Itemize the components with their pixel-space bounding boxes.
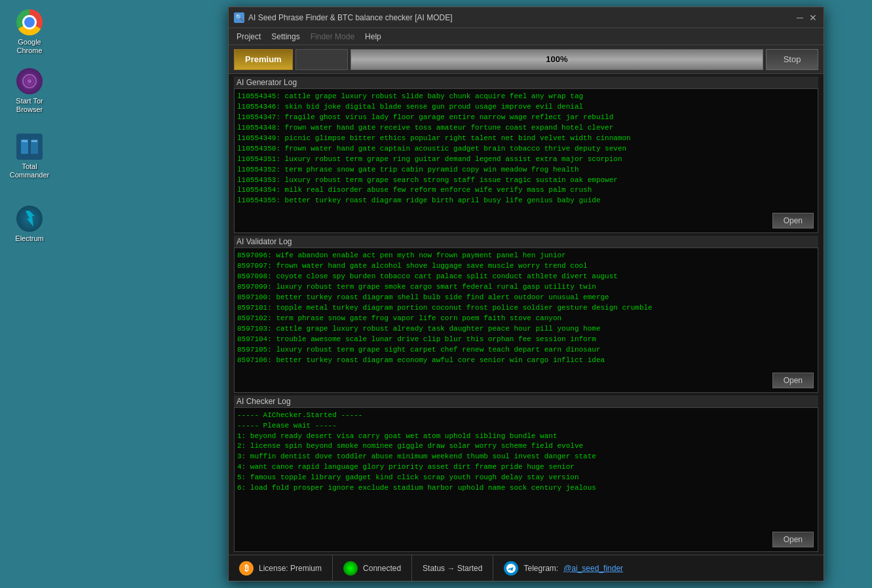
electrum-label: Electrum <box>15 234 43 243</box>
progress-text: 100% <box>546 54 567 64</box>
chk-line-0: ----- AIChecker.Started ----- <box>237 411 815 421</box>
app-window: 🔍 AI Seed Phrase Finder & BTC balance ch… <box>228 7 824 581</box>
checker-log-section: AI Checker Log ----- AIChecker.Started -… <box>234 395 818 552</box>
chk-line-4: 3: muffin dentist dove toddler abuse min… <box>237 452 815 462</box>
totalcmd-desktop-icon[interactable]: TotalCommander <box>7 131 52 182</box>
gen-line-8: l10554353: luxury robust term grape sear… <box>237 175 815 186</box>
tor-label: Start TorBrowser <box>16 97 43 114</box>
checker-log-header: AI Checker Log <box>234 395 818 407</box>
val-line-2: 8597098: coyote close spy burden tobacco… <box>237 272 815 282</box>
license-status: ₿ License: Premium <box>229 555 333 581</box>
svg-marker-7 <box>26 211 35 227</box>
generator-open-button[interactable]: Open <box>772 213 814 229</box>
val-line-0: 8597096: wife abandon enable act pen myt… <box>237 251 815 261</box>
totalcmd-icon <box>16 134 43 160</box>
license-label: License: Premium <box>259 564 322 573</box>
telegram-status: Telegram: @ai_seed_finder <box>493 555 634 581</box>
gen-line-4: l10554349: picnic glimpse bitter ethics … <box>237 134 815 144</box>
running-status: Status → Started <box>412 555 493 581</box>
gen-line-9: l10554354: milk real disorder abuse few … <box>237 185 815 196</box>
menu-help[interactable]: Help <box>360 31 387 43</box>
menu-settings[interactable]: Settings <box>266 31 305 43</box>
telegram-prefix: Telegram: <box>523 564 558 573</box>
toolbar: Premium 100% Stop <box>229 45 824 74</box>
gen-line-7: l10554352: term phrase snow gate trip ca… <box>237 165 815 175</box>
validator-open-button[interactable]: Open <box>772 373 814 388</box>
minimize-button[interactable]: ─ <box>795 13 805 22</box>
val-line-7: 8597103: cattle grape luxury robust alre… <box>237 324 815 335</box>
chk-line-1: ----- Please wait ----- <box>237 421 815 432</box>
app-icon: 🔍 <box>234 12 244 23</box>
status-label: Status → Started <box>423 564 482 573</box>
gen-line-0: l10554345: cattle grape luxury robust sl… <box>237 92 815 102</box>
close-button[interactable]: ✕ <box>808 13 818 22</box>
electrum-icon <box>16 206 43 232</box>
gen-line-3: l10554348: frown water hand gate receive… <box>237 123 815 134</box>
generator-log-section: AI Generator Log l10554345: cattle grape… <box>234 77 818 233</box>
val-line-5: 8597101: topple metal turkey diagram por… <box>237 303 815 314</box>
val-line-9: 8597105: luxury robust term grape sight … <box>237 345 815 356</box>
logs-container: AI Generator Log l10554345: cattle grape… <box>229 74 824 555</box>
val-line-10: 8597106: better turkey roast diagram eco… <box>237 356 815 366</box>
telegram-icon <box>504 561 518 576</box>
chk-line-7: 6: load fold prosper ignore exclude stad… <box>237 483 815 494</box>
validator-log-section: AI Validator Log 8597096: wife abandon e… <box>234 236 818 392</box>
telegram-handle[interactable]: @ai_seed_finder <box>563 564 623 573</box>
svg-point-2 <box>28 79 31 83</box>
validator-log-header: AI Validator Log <box>234 236 818 248</box>
menu-bar: Project Settings Finder Mode Help <box>229 28 824 45</box>
tor-icon <box>16 68 43 94</box>
checker-open-button[interactable]: Open <box>772 532 814 547</box>
gen-line-10: l10554355: better turkey roast diagram r… <box>237 196 815 206</box>
chk-line-2: 1: beyond ready desert visa carry goat w… <box>237 432 815 442</box>
title-bar: 🔍 AI Seed Phrase Finder & BTC balance ch… <box>229 7 824 28</box>
chk-line-3: 2: license spin beyond smoke nominee gig… <box>237 441 815 452</box>
validator-log-content[interactable]: 8597096: wife abandon enable act pen myt… <box>234 248 818 392</box>
chrome-desktop-icon[interactable]: GoogleChrome <box>7 7 52 58</box>
connected-label: Connected <box>363 564 401 573</box>
generator-log-header: AI Generator Log <box>234 77 818 88</box>
chk-line-5: 4: want canoe rapid language glory prior… <box>237 462 815 473</box>
chrome-label: GoogleChrome <box>16 38 42 55</box>
window-title: AI Seed Phrase Finder & BTC balance chec… <box>248 13 795 22</box>
tor-desktop-icon[interactable]: Start TorBrowser <box>7 65 52 117</box>
progress-bar: 100% <box>351 49 763 70</box>
electrum-desktop-icon[interactable]: Electrum <box>7 203 52 246</box>
chk-line-6: 5: famous topple library gadget kind cli… <box>237 473 815 483</box>
val-line-6: 8597102: term phrase snow gate frog vapo… <box>237 314 815 324</box>
svg-rect-6 <box>31 140 37 142</box>
val-line-8: 8597104: trouble awesome scale lunar dri… <box>237 335 815 345</box>
menu-project[interactable]: Project <box>231 31 266 43</box>
gen-line-5: l10554350: frown water hand gate captain… <box>237 144 815 155</box>
totalcmd-label: TotalCommander <box>10 162 50 179</box>
val-line-4: 8597100: better turkey roast diagram she… <box>237 293 815 303</box>
toolbar-spacer <box>295 49 348 70</box>
generator-log-content[interactable]: l10554345: cattle grape luxury robust sl… <box>234 88 818 233</box>
gen-line-1: l10554346: skin bid joke digital blade s… <box>237 102 815 113</box>
menu-finder-mode: Finder Mode <box>305 31 360 43</box>
window-controls: ─ ✕ <box>795 13 818 22</box>
status-bar: ₿ License: Premium Connected Status → St… <box>229 555 824 581</box>
connected-icon <box>343 561 358 576</box>
val-line-1: 8597097: frown water hand gate alcohol s… <box>237 261 815 272</box>
svg-rect-5 <box>22 140 28 142</box>
bitcoin-icon: ₿ <box>239 561 254 576</box>
val-line-3: 8597099: luxury robust term grape smoke … <box>237 282 815 293</box>
stop-button[interactable]: Stop <box>766 49 818 70</box>
gen-line-6: l10554351: luxury robust term grape ring… <box>237 155 815 165</box>
connection-status: Connected <box>333 555 412 581</box>
premium-button[interactable]: Premium <box>234 49 293 70</box>
checker-log-content[interactable]: ----- AIChecker.Started ----- ----- Plea… <box>234 407 818 552</box>
gen-line-2: l10554347: fragile ghost virus lady floo… <box>237 113 815 123</box>
chrome-icon <box>16 9 43 35</box>
